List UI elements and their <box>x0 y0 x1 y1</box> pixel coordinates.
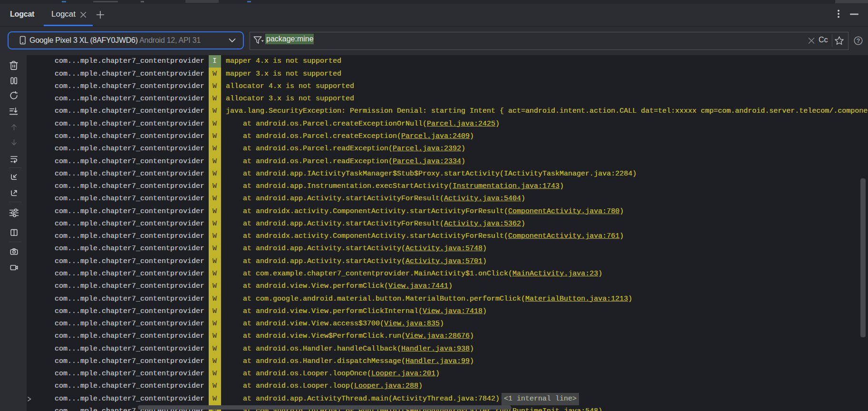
svg-text:?: ? <box>857 38 860 44</box>
